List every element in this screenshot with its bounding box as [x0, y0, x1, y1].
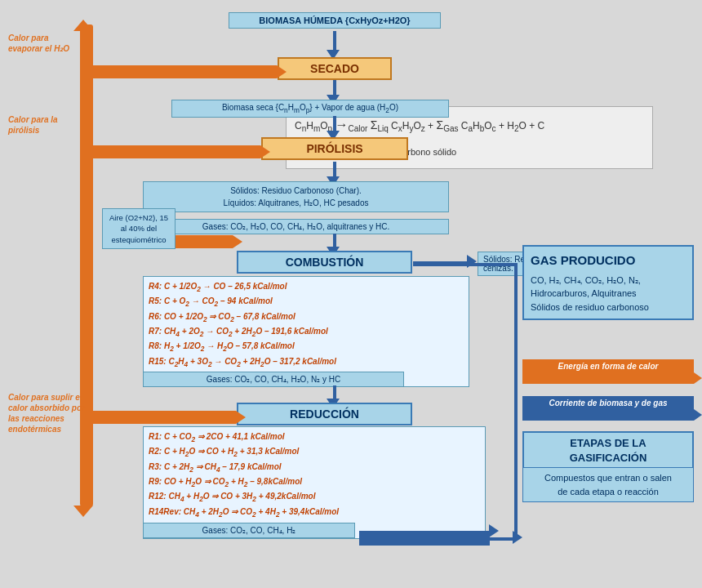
- arrowhead-right-gas: [513, 531, 522, 544]
- reduccion-box: REDUCCIÓN: [237, 403, 412, 425]
- gases-pirolisis-box: Gases: CO₂, H₂O, CO, CH₄, H₂O, alquitran…: [143, 219, 449, 234]
- left-label-top: Calor para evaporar el H₂O: [8, 33, 82, 54]
- orange-bar-arrowhead-bottom: [73, 506, 93, 517]
- diagram-container: CnHmOp →Calor ΣLiq CxHyOz + ΣGas CaHbOc …: [8, 8, 694, 580]
- orange-bar-arrowhead-top: [73, 20, 93, 31]
- gases-reduccion-box: Gases: CO₂, CO, CH₄, H₂: [143, 523, 355, 538]
- biomasa-input-box: BIOMASA HÚMEDA {CxHyOz+H2O}: [229, 12, 441, 29]
- air-input-box: Aire (O2+N2), 15al 40% delestequiométric…: [102, 208, 176, 249]
- legend-orange-box: Energía en forma de calor: [522, 359, 694, 373]
- legend-orange-arrowhead: [694, 372, 702, 384]
- arrow-biomasa-secado: [333, 31, 336, 51]
- left-label-bottom: Calor para suplir el calor absorbido por…: [8, 392, 90, 434]
- legend-orange-arrow-bar: [522, 372, 694, 384]
- air-arrow: [176, 235, 233, 248]
- combustion-reactions-box: R4: C + 1/2O2 → CO – 26,5 kCal/mol R5: C…: [143, 276, 469, 387]
- solidos-liquidos-box: Sólidos: Residuo Carbonoso (Char).Líquid…: [143, 181, 449, 212]
- orange-arrow-to-reduccion: [93, 411, 236, 424]
- arrowhead-gas-producido: [489, 524, 499, 537]
- v-line-right-main: [514, 263, 518, 541]
- secado-box: SECADO: [278, 57, 392, 80]
- left-label-mid: Calor para la pirólisis: [8, 114, 82, 136]
- gas-producido-title: GAS PRODUCIDO: [531, 252, 686, 270]
- gases-combustion-box: Gases: CO₂, CO, CH₄, H₂O, N₂ y HC: [143, 372, 404, 387]
- orange-arrow-to-secado: [93, 65, 277, 78]
- legend-blue-arrow-bar: [522, 409, 694, 421]
- h-line-right-top: [413, 263, 514, 266]
- arrow-secado-out: [333, 80, 336, 96]
- combustion-box: COMBUSTIÓN: [237, 251, 412, 274]
- pirolisis-box: PIRÓLISIS: [261, 137, 408, 160]
- gas-producido-box: GAS PRODUCIDO CO, H₂, CH₄, CO₂, H₂O, N₂,…: [522, 245, 694, 320]
- compuestos-box: Compuestos que entran o salende cada eta…: [522, 467, 694, 502]
- arrow-pirolisis-out: [333, 162, 336, 178]
- legend-blue-box: Corriente de biomasa y de gas: [522, 396, 694, 410]
- gas-producido-content: CO, H₂, CH₄, CO₂, H₂O, N₂,Hidrocarburos,…: [531, 274, 686, 314]
- h-line-right-bottom: [359, 537, 514, 541]
- arrow-bioseca-pirolisis: [333, 116, 336, 132]
- orange-arrow-to-pirolisis: [93, 145, 260, 158]
- legend-blue-arrowhead: [694, 409, 702, 421]
- biomasa-seca-box: Biomasa seca {CnHmOp} + Vapor de agua (H…: [171, 100, 449, 118]
- etapas-box: ETAPAS DE LAGASIFICACIÓN: [522, 431, 694, 470]
